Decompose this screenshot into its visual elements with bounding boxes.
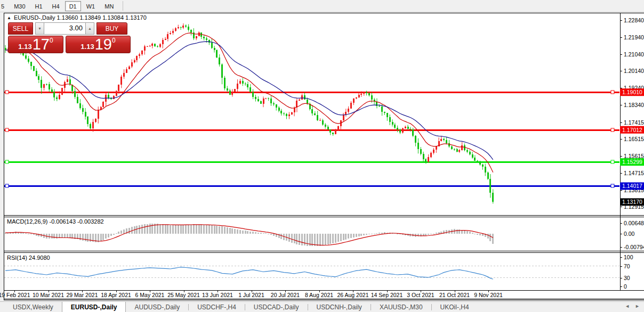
svg-text:1.21940: 1.21940 bbox=[624, 34, 644, 40]
svg-text:1.14017: 1.14017 bbox=[622, 183, 642, 189]
chart-header: ▲EURUSD-,Daily 1.13660 1.13849 1.13084 1… bbox=[7, 14, 147, 21]
rsi-pane bbox=[4, 266, 619, 280]
rsi-line bbox=[5, 267, 493, 280]
buy-button[interactable]: BUY bbox=[96, 22, 127, 35]
timeframe-mn[interactable]: MN bbox=[100, 1, 118, 11]
tab-scroll-left-icon[interactable]: ◄ bbox=[625, 303, 630, 309]
sell-button[interactable]: SELL bbox=[8, 22, 33, 35]
bid-price-button[interactable]: 1.13 17 0 bbox=[8, 36, 63, 53]
chart-ohlc-label: EURUSD-,Daily 1.13660 1.13849 1.13084 1.… bbox=[14, 14, 147, 21]
tab-usdcad-daily[interactable]: USDCAD-,Daily bbox=[245, 302, 308, 312]
volume-decrease-button[interactable]: ▼ bbox=[35, 22, 44, 35]
chart-frame bbox=[4, 13, 644, 300]
bid-price-small: 1.13 bbox=[18, 43, 31, 51]
macd-axis: 0.0064850.00-0.007947 bbox=[620, 220, 644, 250]
ask-price-small: 1.13 bbox=[80, 43, 94, 51]
price-axis: 1.228401.219401.210401.201401.192401.183… bbox=[620, 17, 644, 210]
tab-scroll-right-icon[interactable]: ► bbox=[635, 303, 640, 309]
ask-price-sup: 0 bbox=[112, 37, 116, 44]
tab-usdchf-h4[interactable]: USDCHF-,H4 bbox=[189, 302, 245, 312]
tab-ukoil-h4[interactable]: UKOil-,H4 bbox=[432, 302, 478, 312]
tab-usdx-weekly[interactable]: USDX,Weekly bbox=[4, 302, 62, 312]
svg-text:6 May 2021: 6 May 2021 bbox=[135, 292, 165, 298]
svg-text:29 Mar 2021: 29 Mar 2021 bbox=[67, 292, 98, 298]
svg-text:1.19010: 1.19010 bbox=[622, 89, 642, 95]
timeframe-h4[interactable]: H4 bbox=[48, 1, 64, 11]
horizontal-level-lines[interactable] bbox=[4, 91, 619, 187]
chart-tab-bar: USDX,WeeklyEURUSD-,DailyAUDUSD-,DailyUSD… bbox=[0, 301, 644, 312]
svg-text:20 Jul 2021: 20 Jul 2021 bbox=[271, 292, 300, 298]
svg-text:30: 30 bbox=[624, 275, 630, 281]
ask-price-big: 19 bbox=[95, 37, 112, 52]
svg-text:14 Sep 2021: 14 Sep 2021 bbox=[371, 292, 403, 298]
timeframe-h1[interactable]: H1 bbox=[31, 1, 47, 11]
price-axis-chips: 1.190101.170121.152991.140171.13170 bbox=[620, 88, 644, 206]
timeframe-5[interactable]: 5 bbox=[0, 1, 9, 11]
svg-text:100: 100 bbox=[624, 254, 633, 260]
timeframe-m30[interactable]: M30 bbox=[10, 1, 29, 11]
one-click-trading-panel: SELL ▼ 3.00 ▲ BUY 1.13 17 0 1.13 19 0 bbox=[8, 22, 131, 53]
svg-text:18 Apr 2021: 18 Apr 2021 bbox=[101, 292, 131, 298]
timeframe-toolbar: 5M30H1H4D1W1MN bbox=[0, 0, 644, 12]
volume-increase-button[interactable]: ▲ bbox=[85, 22, 94, 35]
svg-text:1.20140: 1.20140 bbox=[624, 68, 644, 74]
rsi-indicator-label: RSI(14) 24.9080 bbox=[7, 254, 50, 261]
svg-text:1.15299: 1.15299 bbox=[622, 159, 642, 165]
moving-average-lines bbox=[5, 33, 493, 173]
svg-text:0: 0 bbox=[624, 283, 627, 290]
bid-price-sup: 0 bbox=[50, 37, 53, 44]
svg-text:1.12915: 1.12915 bbox=[624, 203, 644, 210]
macd-signal-line bbox=[5, 225, 493, 245]
svg-text:1.14715: 1.14715 bbox=[624, 170, 644, 176]
svg-text:1.18340: 1.18340 bbox=[624, 102, 644, 108]
svg-text:1.16515: 1.16515 bbox=[624, 136, 644, 142]
svg-text:1 Jul 2021: 1 Jul 2021 bbox=[238, 292, 264, 298]
svg-text:13 Jun 2021: 13 Jun 2021 bbox=[202, 292, 233, 298]
svg-text:0.006485: 0.006485 bbox=[624, 220, 644, 226]
svg-text:8 Aug 2021: 8 Aug 2021 bbox=[305, 292, 333, 298]
svg-text:26 Aug 2021: 26 Aug 2021 bbox=[337, 292, 369, 298]
tab-usdcnh-daily[interactable]: USDCNH-,Daily bbox=[308, 302, 371, 312]
timeframe-w1[interactable]: W1 bbox=[82, 1, 100, 11]
svg-text:1.13170: 1.13170 bbox=[622, 199, 642, 205]
svg-text:1.17012: 1.17012 bbox=[622, 127, 642, 133]
date-axis: 19 Feb 202110 Mar 202129 Mar 202118 Apr … bbox=[0, 291, 503, 298]
macd-indicator-label: MACD(12,26,9) -0.006143 -0.003282 bbox=[7, 218, 104, 225]
svg-text:1.15615: 1.15615 bbox=[624, 153, 644, 159]
svg-text:1.21040: 1.21040 bbox=[624, 51, 644, 58]
svg-text:1.22840: 1.22840 bbox=[624, 17, 644, 23]
ask-price-button[interactable]: 1.13 19 0 bbox=[66, 36, 131, 53]
bid-price-big: 17 bbox=[33, 37, 50, 52]
volume-input[interactable]: 3.00 bbox=[44, 22, 85, 35]
svg-text:25 May 2021: 25 May 2021 bbox=[167, 292, 200, 298]
timeframe-d1[interactable]: D1 bbox=[65, 1, 81, 11]
svg-text:1.17415: 1.17415 bbox=[624, 119, 644, 126]
tab-eurusd-daily[interactable]: EURUSD-,Daily bbox=[62, 302, 126, 312]
svg-text:1.13815: 1.13815 bbox=[624, 187, 644, 193]
mt4-chart-window: 1.228401.219401.210401.201401.192401.183… bbox=[0, 0, 644, 312]
svg-text:3 Oct 2021: 3 Oct 2021 bbox=[407, 292, 434, 298]
tab-xauusd-m30[interactable]: XAUUSD-,M30 bbox=[371, 302, 431, 312]
svg-text:70: 70 bbox=[624, 263, 630, 269]
macd-histogram bbox=[5, 224, 494, 246]
toolbar-separator bbox=[123, 1, 123, 11]
svg-text:10 Mar 2021: 10 Mar 2021 bbox=[33, 292, 64, 298]
rsi-axis: 10070300 bbox=[620, 254, 633, 290]
svg-text:-0.007947: -0.007947 bbox=[624, 244, 644, 250]
svg-text:0.00: 0.00 bbox=[624, 231, 635, 237]
svg-text:21 Oct 2021: 21 Oct 2021 bbox=[439, 292, 470, 298]
svg-text:9 Nov 2021: 9 Nov 2021 bbox=[474, 292, 503, 298]
tab-audusd-daily[interactable]: AUDUSD-,Daily bbox=[126, 302, 188, 312]
svg-text:1.19240: 1.19240 bbox=[624, 85, 644, 91]
chart-background bbox=[4, 13, 644, 299]
svg-text:19 Feb 2021: 19 Feb 2021 bbox=[0, 292, 30, 298]
collapse-panel-icon[interactable]: ▲ bbox=[7, 15, 11, 20]
